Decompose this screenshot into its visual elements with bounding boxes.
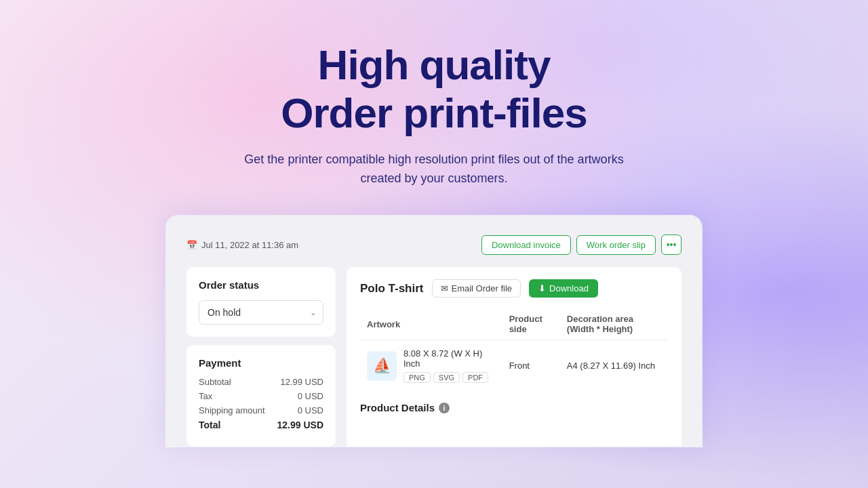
product-side-cell: Front <box>502 340 560 392</box>
download-invoice-button[interactable]: Download invoice <box>481 235 571 255</box>
hero-section: High quality Order print-files Get the p… <box>237 41 631 188</box>
hero-title-line2: Order print-files <box>281 89 587 136</box>
product-details-label: Product Details <box>360 402 435 413</box>
work-order-slip-button[interactable]: Work order slip <box>576 235 656 255</box>
artwork-cell-content: ⛵ 8.08 X 8.72 (W X H) Inch PNG SVG PDF <box>367 348 496 383</box>
calendar-icon: 📅 <box>186 240 197 250</box>
artwork-cell: ⛵ 8.08 X 8.72 (W X H) Inch PNG SVG PDF <box>360 340 502 392</box>
table-header: Artwork Product side Decoration area (Wi… <box>360 308 668 340</box>
subtotal-value: 12.99 USD <box>280 377 323 387</box>
info-icon: i <box>439 403 450 413</box>
total-label: Total <box>199 420 220 430</box>
email-button-label: Email Order file <box>452 283 513 293</box>
card-body: Order status On hold Processing Complete… <box>186 267 682 447</box>
card-topbar: 📅 Jul 11, 2022 at 11:36 am Download invo… <box>186 235 682 255</box>
payment-subtotal-row: Subtotal 12.99 USD <box>199 377 323 387</box>
download-button[interactable]: ⬇ Download <box>529 279 598 298</box>
product-details-title: Product Details i <box>360 402 668 413</box>
col-artwork: Artwork <box>360 308 502 340</box>
payment-total-row: Total 12.99 USD <box>199 420 323 430</box>
payment-title: Payment <box>199 357 323 369</box>
table-header-row: Artwork Product side Decoration area (Wi… <box>360 308 668 340</box>
card-actions: Download invoice Work order slip ••• <box>481 235 682 255</box>
order-status-title: Order status <box>199 279 323 291</box>
order-table: Artwork Product side Decoration area (Wi… <box>360 308 668 391</box>
dots-icon: ••• <box>667 239 677 250</box>
hero-subtitle: Get the printer compatible high resoluti… <box>237 150 631 189</box>
order-status-box: Order status On hold Processing Complete… <box>186 267 336 337</box>
product-name: Polo T-shirt <box>360 282 424 296</box>
badge-png[interactable]: PNG <box>403 372 431 383</box>
decoration-area-cell: A4 (8.27 X 11.69) Inch <box>560 340 668 392</box>
hero-title: High quality Order print-files <box>237 41 631 138</box>
card-date: 📅 Jul 11, 2022 at 11:36 am <box>186 240 298 250</box>
artwork-emoji: ⛵ <box>373 357 391 375</box>
col-decoration-area: Decoration area (Width * Height) <box>560 308 668 340</box>
artwork-dimensions: 8.08 X 8.72 (W X H) Inch <box>403 348 496 369</box>
email-order-file-button[interactable]: ✉ Email Order file <box>432 279 521 298</box>
ui-card: 📅 Jul 11, 2022 at 11:36 am Download invo… <box>166 216 702 447</box>
payment-tax-row: Tax 0 USD <box>199 391 323 401</box>
product-header: Polo T-shirt ✉ Email Order file ⬇ Downlo… <box>360 279 668 298</box>
tax-value: 0 USD <box>298 391 323 401</box>
artwork-thumbnail: ⛵ <box>367 351 397 381</box>
badge-svg[interactable]: SVG <box>433 372 460 383</box>
payment-shipping-row: Shipping amount 0 USD <box>199 405 323 415</box>
subtotal-label: Subtotal <box>199 377 231 387</box>
tax-label: Tax <box>199 391 212 401</box>
table-row: ⛵ 8.08 X 8.72 (W X H) Inch PNG SVG PDF <box>360 340 668 392</box>
artwork-info: 8.08 X 8.72 (W X H) Inch PNG SVG PDF <box>403 348 496 383</box>
page-content: High quality Order print-files Get the p… <box>0 0 868 447</box>
status-select[interactable]: On hold Processing Completed Cancelled <box>199 300 323 325</box>
col-product-side: Product side <box>502 308 560 340</box>
table-body: ⛵ 8.08 X 8.72 (W X H) Inch PNG SVG PDF <box>360 340 668 392</box>
shipping-label: Shipping amount <box>199 405 265 415</box>
download-icon: ⬇ <box>538 283 546 293</box>
shipping-value: 0 USD <box>298 405 323 415</box>
date-text: Jul 11, 2022 at 11:36 am <box>201 240 298 250</box>
payment-box: Payment Subtotal 12.99 USD Tax 0 USD Shi… <box>186 345 336 447</box>
product-details-section: Product Details i <box>360 402 668 413</box>
status-select-wrapper: On hold Processing Completed Cancelled ⌄ <box>199 300 323 325</box>
more-options-button[interactable]: ••• <box>661 235 682 255</box>
hero-title-line1: High quality <box>318 41 551 88</box>
total-value: 12.99 USD <box>277 420 323 430</box>
badge-pdf[interactable]: PDF <box>462 372 488 383</box>
file-badges: PNG SVG PDF <box>403 372 496 383</box>
download-button-label: Download <box>549 283 589 293</box>
left-panel: Order status On hold Processing Complete… <box>186 267 336 447</box>
email-icon: ✉ <box>441 283 448 293</box>
right-panel: Polo T-shirt ✉ Email Order file ⬇ Downlo… <box>347 267 682 447</box>
